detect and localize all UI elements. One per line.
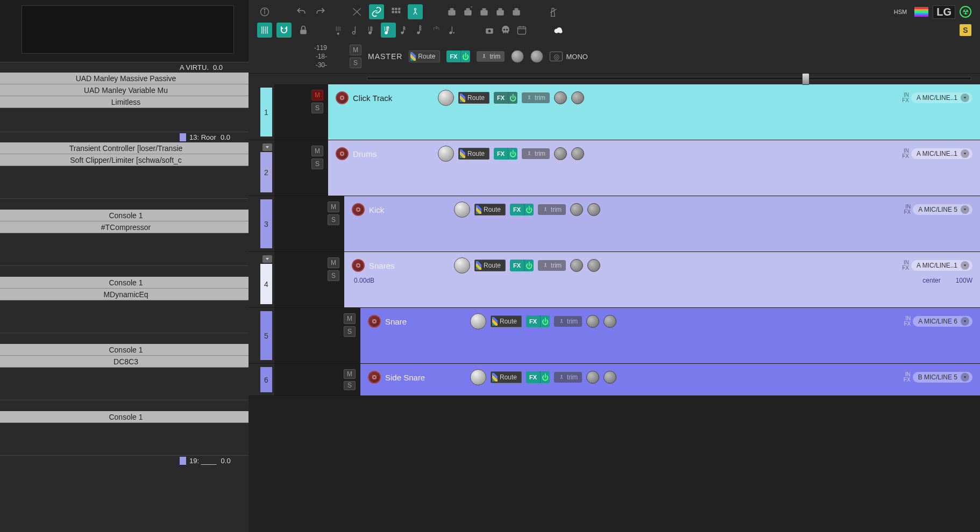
track-content[interactable]: Kick Route FX ⏻ trim INFX A MIC/LINE 5 [344,196,980,251]
track-width-knob[interactable] [603,371,616,384]
track-volume-knob[interactable] [454,257,470,274]
color-bars-icon[interactable] [914,7,928,17]
master-fx-power-icon[interactable]: ⏻ [460,51,470,62]
track-number[interactable]: 3 [260,199,272,248]
master-fader-track[interactable] [367,77,971,80]
master-route-button[interactable]: Route [409,51,440,62]
track-pan-knob[interactable] [570,259,583,272]
cloud-icon[interactable] [551,23,566,38]
track-solo-button[interactable]: S [328,214,339,225]
magnet-icon[interactable] [276,23,292,38]
fx-plugin-row[interactable]: Limitless [0,96,248,108]
track-solo-button[interactable]: S [344,381,356,391]
track-volume-knob[interactable] [438,90,454,106]
track-trim-button[interactable]: trim [538,260,566,271]
track-input-selector[interactable]: A MIC/LINE..1 [911,260,972,271]
camera-5-icon[interactable] [509,4,524,19]
track-fx-button[interactable]: FX ⏻ [494,92,517,104]
fx-plugin-row[interactable]: UAD Manley Massive Passive [0,73,248,84]
fx-plugin-row[interactable]: Soft Clipper/Limiter [schwa/soft_c [0,154,248,166]
track-fx-button[interactable]: FX ⏻ [510,260,534,271]
track-input-selector[interactable]: A MIC/LINE..1 [911,92,972,103]
track-solo-button[interactable]: S [311,103,323,113]
track-fx-power-icon[interactable]: ⏻ [524,204,534,215]
note-eighth-icon[interactable] [381,23,396,38]
skull-icon[interactable] [498,23,513,38]
track-trim-button[interactable]: trim [522,92,550,103]
track-volume-knob[interactable] [470,369,486,385]
triplet-icon[interactable]: ┌3┐ [429,23,444,38]
track-number[interactable]: 5 [260,311,272,360]
track-content[interactable]: Snare Route FX ⏻ trim INFX A MIC/LINE 6 [360,308,980,363]
master-vol-knob[interactable] [511,50,524,63]
folder-toggle-icon[interactable] [262,255,272,263]
track-content[interactable]: Side Snare Route FX ⏻ trim INFX B MIC/LI… [360,364,980,396]
calendar-icon[interactable] [514,23,529,38]
lock-icon[interactable] [296,23,311,38]
fx-plugin-row[interactable]: Console 1 [0,277,248,289]
fx-plugin-row[interactable]: Transient Controller [loser/Transie [0,142,248,154]
track-width-knob[interactable] [603,315,616,328]
mono-icon[interactable]: ◎ [550,52,563,61]
track-fx-button[interactable]: FX ⏻ [526,371,550,383]
record-arm-button[interactable] [336,147,349,160]
track-number[interactable]: 2 [260,152,272,192]
master-trim-button[interactable]: trim [477,51,505,62]
solo-indicator[interactable]: S [960,24,971,36]
track-name[interactable]: Click Track [353,94,434,103]
track-mute-button[interactable]: M [328,202,339,212]
track-content[interactable]: Drums Route FX ⏻ trim INFX A MIC/LINE..1 [328,140,980,196]
track-route-button[interactable]: Route [474,260,506,271]
track-input-selector[interactable]: A MIC/LINE 6 [913,316,972,327]
track-mute-button[interactable]: M [344,313,356,324]
folder-toggle-icon[interactable] [262,143,272,151]
record-arm-button[interactable] [352,203,365,216]
track-name[interactable]: Snares [369,261,450,270]
record-arm-button[interactable] [352,259,365,272]
track-volume-knob[interactable] [438,146,454,162]
note-whole-icon[interactable] [332,23,347,38]
note-32nd-icon[interactable] [413,23,428,38]
track-number[interactable]: 6 [260,367,272,392]
grid-snap-icon[interactable] [257,23,272,38]
track-mute-button[interactable]: M [311,146,323,156]
fx-plugin-row[interactable]: Console 1 [0,210,248,221]
master-pan-knob[interactable] [530,50,543,63]
record-arm-button[interactable] [368,371,381,384]
master-fx-button[interactable]: FX ⏻ [446,51,470,62]
master-fader-thumb[interactable] [802,73,809,85]
note-quarter-icon[interactable] [365,23,380,38]
track-name[interactable]: Drums [353,149,434,159]
track-mute-button[interactable]: M [311,90,323,100]
track-route-button[interactable]: Route [458,92,489,104]
camera-3-icon[interactable] [477,4,492,19]
crossfade-icon[interactable] [350,4,365,19]
link-icon[interactable] [369,4,384,19]
track-input-selector[interactable]: B MIC/LINE 5 [913,372,972,383]
track-mute-button[interactable]: M [328,257,339,268]
track-mute-button[interactable]: M [344,369,356,379]
track-input-selector[interactable]: A MIC/LINE 5 [913,204,972,215]
track-fx-power-icon[interactable]: ⏻ [508,148,517,160]
track-fx-button[interactable]: FX ⏻ [526,315,550,327]
redo-icon[interactable] [313,4,328,19]
track-volume-knob[interactable] [454,202,470,218]
track-fx-power-icon[interactable]: ⏻ [508,92,517,104]
track-width-knob[interactable] [587,203,600,216]
track-route-button[interactable]: Route [491,315,522,327]
note-sixteenth-icon[interactable] [397,23,412,38]
track-route-button[interactable]: Route [491,371,522,383]
track-fx-button[interactable]: FX ⏻ [510,204,534,215]
fx-plugin-row[interactable]: Console 1 [0,344,248,356]
grid-icon[interactable] [388,4,403,19]
camera-2-icon[interactable]: * [460,4,475,19]
track-solo-button[interactable]: S [328,270,339,281]
master-mute-button[interactable]: M [350,45,361,55]
track-trim-button[interactable]: trim [538,204,566,215]
track-fx-button[interactable]: FX ⏻ [494,148,517,160]
track-solo-button[interactable]: S [311,159,323,169]
track-fx-power-icon[interactable]: ⏻ [540,371,550,383]
track-trim-button[interactable]: trim [522,148,550,159]
camera-4-icon[interactable] [493,4,508,19]
fx-plugin-row[interactable]: DC8C3 [0,356,248,368]
